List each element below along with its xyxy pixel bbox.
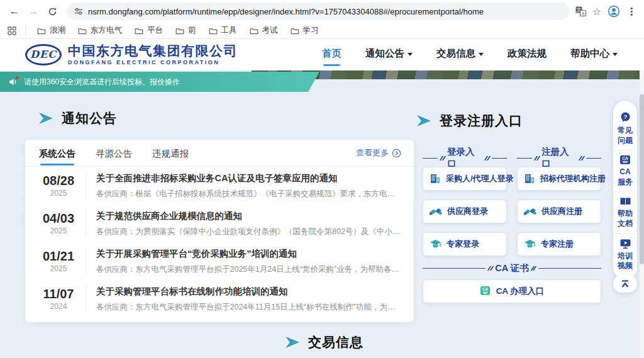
bookmark-star-icon[interactable]: ☆ [592, 6, 601, 18]
bookmark-label: 平台 [147, 25, 163, 36]
nav-policies[interactable]: 政策法规 [508, 43, 547, 66]
back-to-top-button[interactable] [613, 275, 637, 293]
browser-menu-icon[interactable]: ⋮ [626, 6, 636, 18]
bookmark-label: 学习 [303, 25, 319, 36]
site-settings-icon[interactable] [74, 7, 83, 16]
notice-item[interactable]: 01/21 2025 关于开展采购管理平台“竞价采购业务”培训的通知 各供应商：… [25, 242, 414, 280]
buyer-agent-login-button[interactable]: 采购人/代理人登录 [423, 167, 507, 191]
apps-grid-icon[interactable] [5, 26, 19, 35]
browser-toolbar: ← → nsrm.dongfang.com/platform/runtime/e… [0, 0, 644, 23]
notice-item[interactable]: 08/28 2025 关于全面推进非招标采购业务CA认证及电子签章应用的通知 各… [25, 167, 414, 204]
dec-logo-icon: DEC [25, 44, 62, 65]
tab-system-notices[interactable]: 系统公告 [38, 141, 77, 165]
expert-register-button[interactable]: 专家注册 [517, 232, 601, 256]
chevron-down-icon [479, 53, 484, 56]
expert-login-button[interactable]: 专家登录 [423, 232, 507, 256]
notice-date: 11/07 2024 [39, 287, 78, 311]
notice-title[interactable]: 关于全面推进非招标采购业务CA认证及电子签章应用的通知 [96, 172, 402, 184]
notice-year: 2025 [39, 189, 78, 198]
back-icon[interactable]: ← [6, 3, 23, 20]
svg-text:A: A [581, 11, 584, 16]
training-videos-item[interactable]: 培训视频 [613, 233, 637, 276]
bookmark-folder[interactable]: 浪潮 [32, 23, 70, 38]
address-bar[interactable]: nsrm.dongfang.com/platform/runtime/epp/d… [67, 3, 569, 20]
divider [586, 158, 601, 159]
bookmark-folder[interactable]: 东方电气 [73, 23, 127, 38]
svg-text:CA: CA [482, 287, 488, 291]
chevron-down-icon [408, 53, 413, 56]
notice-title[interactable]: 关于开展采购管理平台“竞价采购业务”培训的通知 [96, 248, 402, 260]
notice-month-day: 04/03 [39, 211, 78, 225]
notice-item[interactable]: 11/07 2024 关于采购管理平台标书在线制作功能培训的通知 各供应商：东方… [25, 280, 414, 318]
ca-apply-button[interactable]: CA CA 办理入口 [423, 279, 601, 303]
scrollbar-thumb[interactable] [640, 94, 644, 264]
nav-help-center[interactable]: 帮助中心 [570, 43, 618, 66]
notice-desc: 各供应商：为贯彻落实《保障中小企业款项支付条例》（国务院令第802号）及《中小企… [96, 227, 402, 237]
button-label: 招标代理机构注册 [540, 173, 606, 184]
url-text[interactable]: nsrm.dongfang.com/platform/runtime/epp/d… [88, 7, 484, 16]
notice-item[interactable]: 04/03 2025 关于规范供应商企业规模信息的通知 各供应商：为贯彻落实《保… [25, 204, 414, 242]
nav-label: 通知公告 [365, 47, 404, 60]
divider [423, 158, 438, 159]
bookmark-folder[interactable]: 平台 [130, 23, 168, 38]
supplier-register-button[interactable]: 供应商注册 [517, 199, 601, 223]
button-label: CA 办理入口 [496, 286, 545, 297]
bookmark-folder[interactable]: 考试 [245, 23, 283, 38]
profile-avatar-icon[interactable] [608, 5, 620, 18]
bookmark-label: 浪潮 [50, 25, 65, 36]
translate-icon[interactable]: 文A [575, 6, 586, 16]
bookmark-label: 考试 [262, 25, 278, 36]
sidebar-item-label: 培训视频 [617, 252, 633, 271]
scrollbar-track[interactable] [640, 70, 644, 358]
nav-home[interactable]: 首页 [322, 43, 341, 66]
graduation-cap-icon [430, 239, 441, 249]
notices-card: 系统公告 寻源公告 违规通报 查看更多 08/28 2025 关于全面推进非招标… [25, 140, 414, 322]
ca-card-icon: CA [619, 155, 631, 165]
ca-group-header: CA 证书 [423, 262, 601, 274]
nav-label: 交易信息 [436, 47, 475, 60]
notice-desc: 各供应商：根据《电子招标投标系统技术规范》《电子采购交易规范》要求，东方电气采购… [96, 189, 402, 199]
bidding-agency-register-button[interactable]: 招标代理机构注册 [517, 167, 601, 191]
notice-date: 04/03 2025 [39, 211, 78, 235]
notice-title[interactable]: 关于采购管理平台标书在线制作功能培训的通知 [96, 286, 402, 298]
notice-ticker: 请使用360安全浏览器进行后续投标、报价操作 [0, 72, 319, 92]
notice-date: 01/21 2025 [39, 249, 78, 273]
svg-text:?: ? [623, 113, 627, 120]
button-label: 供应商登录 [447, 206, 488, 217]
chevron-down-icon [613, 53, 618, 56]
button-label: 采购人/代理人登录 [446, 173, 514, 184]
view-more-link[interactable]: 查看更多 [356, 147, 401, 159]
nav-notices[interactable]: 通知公告 [365, 43, 413, 66]
notices-section-title: 通知公告 [62, 109, 117, 127]
svg-text:CA: CA [622, 156, 628, 160]
supplier-login-button[interactable]: 供应商登录 [423, 199, 507, 223]
faq-item[interactable]: ? 常见问题 [613, 107, 637, 150]
tab-violation-reports[interactable]: 违规通报 [151, 141, 190, 165]
company-logo[interactable]: DEC 中国东方电气集团有限公司 DONGFANG ELECTRIC CORPO… [25, 44, 238, 65]
tab-sourcing-notices[interactable]: 寻源公告 [94, 141, 133, 165]
notices-tabs: 系统公告 寻源公告 违规通报 查看更多 [25, 140, 414, 167]
video-player-icon [619, 238, 631, 249]
bookmark-folder[interactable]: 工具 [204, 23, 242, 38]
alert-dot [16, 76, 19, 79]
refresh-icon[interactable] [44, 3, 60, 20]
ca-group-label: CA 证书 [495, 262, 528, 274]
notice-month-day: 01/21 [39, 249, 78, 263]
notices-section-header: 通知公告 [39, 109, 117, 127]
sidebar-item-label: CA服务 [617, 167, 633, 187]
building-icon [524, 173, 535, 184]
bookmark-folder[interactable]: 学习 [286, 23, 324, 38]
bookmark-folder[interactable]: 前 [170, 23, 201, 38]
help-docs-item[interactable]: 帮助文档 [613, 191, 637, 233]
notice-month-day: 08/28 [39, 174, 78, 187]
notice-title[interactable]: 关于规范供应商企业规模信息的通知 [96, 210, 402, 222]
trade-section-header: 交易信息 [286, 333, 364, 351]
ticker-text: 请使用360安全浏览器进行后续投标、报价操作 [24, 77, 180, 87]
bookmark-label: 前 [188, 25, 196, 36]
nav-trade-info[interactable]: 交易信息 [436, 43, 484, 66]
slash-ornament [580, 156, 583, 160]
trade-section-title: 交易信息 [308, 333, 364, 351]
divider [538, 268, 601, 269]
ca-service-item[interactable]: CA CA服务 [613, 150, 637, 191]
sidebar-item-label: 帮助文档 [617, 209, 633, 228]
